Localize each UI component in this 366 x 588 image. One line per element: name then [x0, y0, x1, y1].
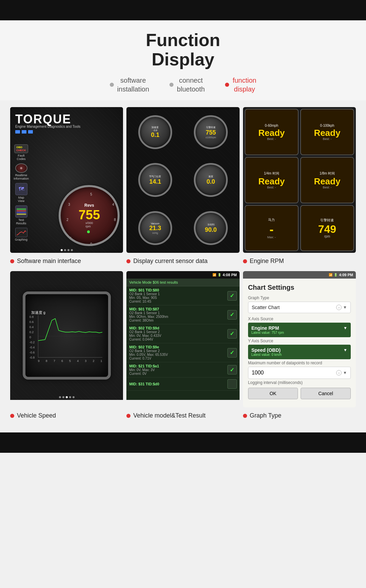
obd-fault-icon[interactable]: OBD CHECK FaultCodes [14, 144, 28, 161]
max-points-label: Maximum number of datapoints to record [248, 361, 351, 365]
svg-text:1: 1 [70, 237, 72, 240]
label-dot-4 [10, 414, 14, 418]
cancel-button[interactable]: Cancel [301, 388, 351, 399]
check-box-5[interactable] [227, 379, 237, 389]
speed-screen: 加速度 g 0.8 0.6 0.4 0.2 0 -0.2 -0.4 -0.6 -… [10, 271, 123, 400]
page-title: Function Display [0, 31, 366, 69]
test-results-box [15, 205, 27, 218]
y-axis-label: Y Axis Source [248, 339, 351, 343]
dropdown-arrow-3: ▼ [343, 348, 347, 352]
test-item-sub2-3: Min: 0.05V, Max: 65.535V [129, 353, 227, 357]
check-mark-1: ✓ [230, 311, 234, 318]
test-item-info-3: MID: $02 TID:$9e O2 Bank 1 Sensor 2 Min:… [129, 345, 227, 360]
check-box-2[interactable]: ✓ [227, 329, 237, 339]
row1-labels: Software main interface Display current … [10, 256, 356, 266]
x-axis-field[interactable]: Engine RPM ▼ Latest value: 757 rpm [248, 323, 351, 337]
label-vehicle-model: Vehicle model&Test Result [126, 411, 239, 421]
rpm-val-quarter: Ready [258, 177, 285, 186]
speed-chart-label: 加速度 g [31, 310, 45, 315]
dot-speed-2 [62, 396, 64, 398]
x-label-5: 5 [69, 359, 71, 363]
label-text-1: Software main interface [17, 258, 81, 265]
svg-point-7 [87, 230, 90, 233]
graph-type-select[interactable]: Scatter Chart ○ ▼ [248, 302, 351, 313]
svg-text:0: 0 [90, 242, 93, 246]
dot-speed-4 [69, 396, 71, 398]
gauge-2-value: 755 [206, 129, 216, 136]
breadcrumb-function[interactable]: functiondisplay [225, 76, 256, 94]
test-item-title-0: MID: $01 TID:$80 [129, 288, 227, 292]
max-points-field[interactable]: 1000 ○ ▼ [248, 367, 351, 379]
speed-chart: 加速度 g 0.8 0.6 0.4 0.2 0 -0.2 -0.4 -0.6 -… [29, 308, 104, 363]
chart-settings-screenshot: 📶 🔋 4:09 PM Chart Settings Graph Type Sc… [243, 271, 356, 407]
gauge-circle: 5 4 3 2 8 1 0 Revs 755 x/000rpm [59, 185, 120, 246]
battery-icon: 🔋 [218, 273, 221, 277]
label-software-interface: Software main interface [10, 256, 123, 266]
gauge-container-5: Vacuum 21.3 in/Hg [128, 205, 182, 251]
mini-gauge-4: 速度 0.0 [194, 163, 228, 197]
breadcrumb-bluetooth[interactable]: connectbluetooth [169, 76, 205, 94]
y-axis-value: Speed (OBD) [251, 347, 281, 353]
x-label-1: 1 [101, 359, 102, 363]
mini-gauge-5: Vacuum 21.3 in/Hg [138, 211, 172, 245]
check-mark-3: ✓ [230, 349, 234, 356]
check-box-4[interactable]: ✓ [227, 365, 237, 374]
rpm-sub-0-100: Best: - [323, 137, 331, 141]
gauge-container-6: 冷却剂 90.0 [184, 205, 238, 251]
log-interval-label: Logging interval (milliseconds) [248, 380, 351, 385]
dropdown-arrow-2: ▼ [343, 326, 347, 330]
breadcrumb-software[interactable]: softwareinstallation [110, 76, 149, 94]
test-item-sub1-3: O2 Bank 1 Sensor 2 [129, 349, 227, 353]
rpm-screen: 0-60mph Ready Best: - 0-100kph Ready Bes… [243, 107, 356, 253]
time-display-6: 4:09 PM [339, 273, 353, 277]
gauge-6-value: 90.0 [205, 226, 217, 234]
dot-speed-1 [59, 396, 61, 398]
torque-title: TORQUE [15, 112, 71, 126]
label-text-3: Engine RPM [250, 258, 284, 265]
graphing-label: Graphing [15, 238, 27, 241]
gauge-4-label: 速度 [208, 175, 213, 178]
screenshots-section: TORQUE Engine Management Diagnostics and… [0, 100, 366, 432]
torque-icon-2 [22, 130, 26, 134]
speed-gauge-outer: 加速度 g 0.8 0.6 0.4 0.2 0 -0.2 -0.4 -0.6 -… [23, 291, 111, 380]
ok-button[interactable]: OK [248, 388, 298, 399]
graph-type-label: Graph Type [248, 296, 351, 300]
chart-svg [38, 315, 102, 357]
label-engine-rpm: Engine RPM [243, 256, 356, 266]
gauge-container-4: 速度 0.0 [184, 157, 238, 203]
rpm-box-quarter-time: 1/4m 时间 Ready Best: - [245, 157, 299, 203]
label-vehicle-speed: Vehicle Speed [10, 411, 123, 421]
label-sensor-data: Display current sensor data [126, 256, 239, 266]
check-box-1[interactable]: ✓ [227, 310, 237, 320]
torque-icon-1 [15, 130, 20, 134]
y-axis-field[interactable]: Speed (OBD) ▼ Latest value: 0 km/h [248, 345, 351, 359]
test-item-sub2-0: Min: 0S, Max: 90S [129, 296, 227, 300]
android-bar-5: 📶 🔋 4:08 PM [126, 271, 239, 279]
rpm-title-0-60: 0-60mph [265, 124, 278, 127]
test-item-5: MID: $31 TID:$d0 [126, 378, 239, 391]
label-dot-2 [126, 259, 130, 263]
test-results-label: TestResults [16, 218, 26, 225]
realtime-icon[interactable]: ⚙ RealtimeInformation [14, 163, 29, 180]
rpm-title-hp: 马力 [268, 218, 275, 222]
test-item-2: MID: $02 TID:$9d O2 Bank 1 Sensor 2 Min:… [126, 324, 239, 343]
check-box-3[interactable]: ✓ [227, 348, 237, 358]
map-view-label: MapView [18, 196, 24, 203]
test-item-sub3-0: Current: 10.4S [129, 300, 227, 303]
rpm-sub-quarter: Best: - [267, 186, 276, 189]
torque-subtitle: Engine Management Diagnostics and Tools [15, 125, 80, 128]
map-view-icon[interactable]: 🗺 MapView [15, 183, 27, 203]
y-label-6: -0.4 [29, 346, 35, 349]
test-results-icon[interactable]: TestResults [15, 205, 27, 225]
test-item-3: MID: $02 TID:$9e O2 Bank 1 Sensor 2 Min:… [126, 343, 239, 362]
speed-screenshot: 加速度 g 0.8 0.6 0.4 0.2 0 -0.2 -0.4 -0.6 -… [10, 271, 123, 407]
test-item-title-2: MID: $02 TID:$9d [129, 326, 227, 330]
check-box-0[interactable]: ✓ [227, 291, 237, 301]
graphing-icon[interactable]: Graphing [15, 228, 27, 241]
graph-type-controls: ○ ▼ [336, 305, 347, 310]
graph-type-value: Scatter Chart [252, 305, 280, 310]
test-item-1: MID: $01 TID:$87 O2 Bank 1 Sensor 1 Min:… [126, 305, 239, 324]
android-bar-6: 📶 🔋 4:09 PM [243, 271, 356, 279]
mini-gauge-1: 加速度-0.8 0.1 [138, 115, 172, 149]
rpm-val-0-100: Ready [314, 128, 340, 137]
